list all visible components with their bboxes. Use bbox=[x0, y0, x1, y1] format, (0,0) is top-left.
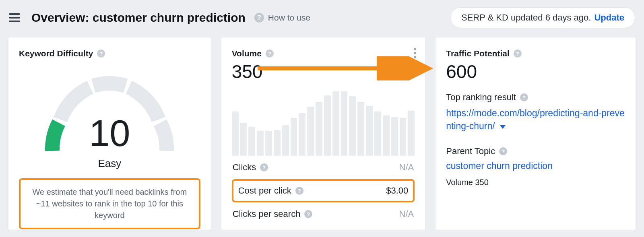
volume-menu-icon[interactable] bbox=[414, 48, 416, 58]
parent-topic-label: Parent Topic bbox=[446, 146, 495, 157]
help-icon[interactable]: ? bbox=[266, 49, 274, 58]
help-icon[interactable]: ? bbox=[514, 49, 522, 58]
kd-gauge: 10 Easy bbox=[19, 70, 200, 175]
trend-bar bbox=[248, 127, 255, 156]
trend-bar bbox=[257, 131, 264, 156]
tp-title: Traffic Potential bbox=[446, 49, 510, 58]
cpc-value: $3.00 bbox=[386, 185, 408, 196]
help-icon[interactable]: ? bbox=[260, 163, 268, 171]
trend-bar bbox=[374, 111, 381, 156]
help-icon: ? bbox=[254, 13, 264, 23]
trend-bar bbox=[408, 111, 415, 156]
traffic-potential-card: Traffic Potential ? 600 Top ranking resu… bbox=[435, 37, 636, 230]
volume-card: Volume ? 350 Clicks ? N/A Cost per click… bbox=[221, 37, 426, 230]
trend-bar bbox=[265, 131, 272, 156]
help-icon[interactable]: ? bbox=[97, 49, 105, 58]
cps-row: Clicks per search ? N/A bbox=[232, 202, 415, 226]
volume-value: 350 bbox=[232, 61, 415, 82]
help-icon[interactable]: ? bbox=[304, 210, 312, 218]
cps-value: N/A bbox=[399, 209, 414, 219]
trend-bar bbox=[274, 130, 281, 156]
tp-value: 600 bbox=[446, 61, 625, 82]
trend-bar bbox=[240, 123, 247, 156]
volume-trend-chart bbox=[232, 91, 415, 156]
trend-bar bbox=[341, 91, 348, 156]
chevron-down-icon[interactable] bbox=[500, 125, 506, 129]
trend-bar bbox=[383, 115, 390, 156]
menu-icon[interactable] bbox=[9, 11, 23, 25]
how-to-use-link[interactable]: ? How to use bbox=[254, 13, 310, 23]
how-to-use-label: How to use bbox=[268, 13, 310, 23]
help-icon[interactable]: ? bbox=[295, 187, 303, 195]
trend-bar bbox=[282, 125, 289, 156]
trend-bar bbox=[291, 118, 297, 156]
trend-bar bbox=[357, 102, 364, 156]
update-link[interactable]: Update bbox=[594, 12, 624, 23]
clicks-label: Clicks bbox=[233, 162, 256, 173]
trend-bar bbox=[316, 102, 322, 156]
cpc-row: Cost per click ? $3.00 bbox=[232, 179, 415, 202]
trend-bar bbox=[324, 95, 331, 156]
page-title: Overview: customer churn prediction bbox=[31, 11, 246, 25]
parent-topic-volume: Volume 350 bbox=[446, 178, 625, 187]
clicks-row: Clicks ? N/A bbox=[232, 156, 415, 179]
trend-bar bbox=[307, 107, 314, 156]
cps-label: Clicks per search bbox=[233, 209, 301, 219]
trend-bar bbox=[400, 118, 407, 156]
trend-bar bbox=[299, 113, 305, 156]
top-result-url: https://mode.com/blog/predicting-and-pre… bbox=[446, 108, 625, 131]
top-result-label: Top ranking result bbox=[446, 92, 516, 103]
trend-bar bbox=[332, 91, 339, 156]
trend-bar bbox=[366, 106, 373, 156]
kd-score: 10 bbox=[19, 112, 200, 155]
trend-bar bbox=[391, 117, 398, 156]
top-result-link[interactable]: https://mode.com/blog/predicting-and-pre… bbox=[446, 107, 625, 132]
help-icon[interactable]: ? bbox=[520, 93, 528, 101]
parent-topic-link[interactable]: customer churn prediction bbox=[446, 161, 625, 171]
serp-update-pill: SERP & KD updated 6 days ago. Update bbox=[450, 7, 635, 28]
kd-label: Easy bbox=[19, 157, 200, 170]
kd-title: Keyword Difficulty bbox=[19, 49, 93, 58]
title-prefix: Overview: bbox=[31, 11, 89, 24]
title-keyword: customer churn prediction bbox=[93, 11, 246, 24]
help-icon[interactable]: ? bbox=[499, 147, 507, 155]
keyword-difficulty-card: Keyword Difficulty ? 10 Easy We estimate… bbox=[8, 37, 211, 230]
cpc-label: Cost per click bbox=[238, 185, 291, 196]
serp-update-text: SERP & KD updated 6 days ago. bbox=[461, 12, 591, 23]
kd-estimate-note: We estimate that you'll need backlinks f… bbox=[19, 178, 200, 229]
volume-title: Volume bbox=[232, 49, 262, 58]
clicks-value: N/A bbox=[399, 162, 414, 173]
trend-bar bbox=[349, 96, 356, 156]
trend-bar bbox=[232, 111, 239, 156]
